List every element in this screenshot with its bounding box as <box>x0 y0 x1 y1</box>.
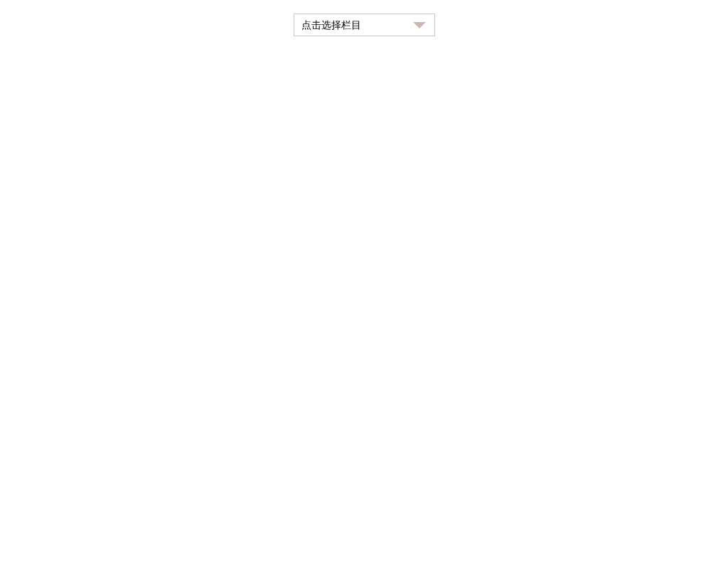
column-select-dropdown[interactable]: 点击选择栏目 <box>294 14 435 36</box>
dropdown-label: 点击选择栏目 <box>301 14 413 36</box>
chevron-down-icon <box>413 22 426 28</box>
